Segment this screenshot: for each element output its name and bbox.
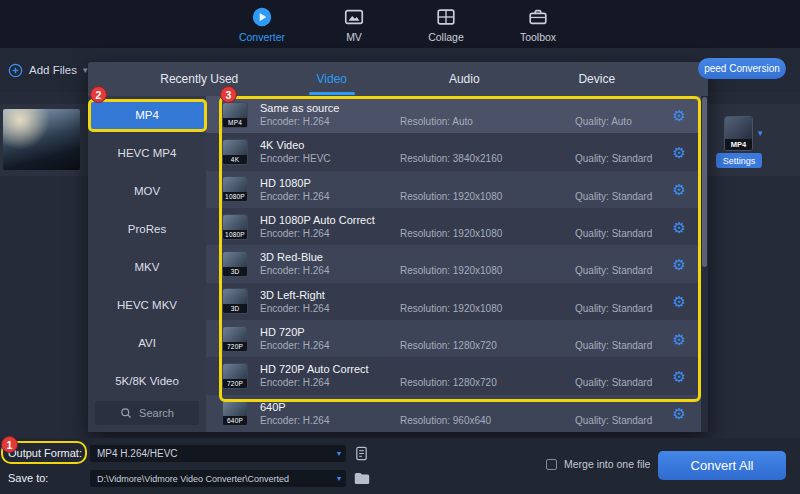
save-to-value: D:\Vidmore\Vidmore Video Converter\Conve… — [97, 474, 289, 484]
preset-format-icon: 3D — [222, 288, 248, 314]
panel-scrollbar[interactable] — [701, 96, 708, 432]
search-button[interactable]: Search — [95, 401, 199, 425]
merge-checkbox[interactable] — [546, 459, 557, 470]
sidebar-item-mp4[interactable]: MP4 — [90, 99, 204, 131]
dropdown-caret-icon: ▾ — [337, 449, 341, 458]
preset-encoder: Encoder: H.264 — [260, 228, 400, 239]
panel-tab-recently-used[interactable]: Recently Used — [133, 62, 266, 96]
preset-encoder: Encoder: H.264 — [260, 415, 400, 426]
output-format-dropdown[interactable]: MP4 H.264/HEVC ▾ — [90, 445, 346, 462]
tab-converter[interactable]: Converter — [226, 6, 298, 43]
preset-name: 640P — [260, 401, 708, 413]
preset-format-icon: MP4 — [222, 102, 248, 128]
preset-settings-gear-icon[interactable]: ⚙ — [673, 406, 686, 421]
panel-tab-video-label: Video — [317, 72, 347, 86]
document-icon — [354, 446, 369, 461]
preset-row-hd-1080p-auto-correct[interactable]: 1080P HD 1080P Auto Correct Encoder: H.2… — [206, 208, 708, 245]
preset-resolution: Resolution: 960x640 — [400, 415, 575, 426]
preset-quality: Quality: Standard — [575, 265, 708, 276]
save-to-dropdown[interactable]: D:\Vidmore\Vidmore Video Converter\Conve… — [90, 470, 346, 487]
preset-format-icon: 4K — [222, 139, 248, 165]
preset-settings-gear-icon[interactable]: ⚙ — [673, 107, 686, 122]
tab-collage-label: Collage — [428, 31, 464, 43]
preset-list: MP4 Same as source Encoder: H.264 Resolu… — [206, 96, 708, 432]
preset-name: HD 720P Auto Correct — [260, 363, 708, 375]
preset-encoder: Encoder: H.264 — [260, 340, 400, 351]
plus-circle-icon — [8, 63, 23, 78]
search-icon — [120, 407, 132, 419]
preset-settings-gear-icon[interactable]: ⚙ — [673, 182, 686, 197]
tab-mv-label: MV — [346, 31, 362, 43]
preset-settings-gear-icon[interactable]: ⚙ — [673, 368, 686, 383]
settings-button[interactable]: Settings — [716, 153, 762, 168]
open-folder-icon[interactable] — [353, 470, 370, 487]
preset-row-same-as-source[interactable]: MP4 Same as source Encoder: H.264 Resolu… — [206, 96, 708, 133]
preset-format-icon: 3D — [222, 251, 248, 277]
preset-row-4k-video[interactable]: 4K 4K Video Encoder: HEVC Resolution: 38… — [206, 133, 708, 170]
preset-row-3d-left-right[interactable]: 3D 3D Left-Right Encoder: H.264 Resoluti… — [206, 283, 708, 320]
bottom-bar: Output Format: MP4 H.264/HEVC ▾ Save to:… — [0, 438, 800, 494]
preset-resolution: Resolution: 1920x1080 — [400, 228, 575, 239]
preset-row-hd-720p-auto-correct[interactable]: 720P HD 720P Auto Correct Encoder: H.264… — [206, 357, 708, 394]
preset-settings-gear-icon[interactable]: ⚙ — [673, 256, 686, 271]
preset-format-icon: 640P — [222, 400, 248, 426]
preset-name: 3D Red-Blue — [260, 251, 708, 263]
preset-settings-gear-icon[interactable]: ⚙ — [673, 331, 686, 346]
video-thumbnail[interactable] — [3, 109, 80, 170]
add-files-button[interactable]: Add Files ▾ — [8, 60, 87, 80]
preset-resolution: Resolution: 1280x720 — [400, 340, 575, 351]
mv-icon — [343, 6, 365, 28]
preset-resolution: Resolution: 3840x2160 — [400, 153, 575, 164]
sidebar-item-hevc-mp4[interactable]: HEVC MP4 — [88, 134, 206, 172]
tab-mv[interactable]: MV — [318, 6, 390, 43]
sidebar-item-mkv[interactable]: MKV — [88, 248, 206, 286]
preset-format-icon: 720P — [222, 326, 248, 352]
scrollbar-thumb[interactable] — [702, 97, 707, 267]
add-files-label: Add Files — [29, 64, 77, 76]
speed-conversion-label: peed Conversion — [704, 63, 780, 74]
tab-collage[interactable]: Collage — [410, 6, 482, 43]
profile-edit-icon[interactable] — [353, 445, 370, 462]
preset-resolution: Resolution: 1920x1080 — [400, 303, 575, 314]
format-badge-image — [725, 117, 752, 139]
preset-row-640p[interactable]: 640P 640P Encoder: H.264 Resolution: 960… — [206, 395, 708, 432]
preset-name: 4K Video — [260, 139, 708, 151]
panel-tab-device-label: Device — [578, 72, 615, 86]
panel-tab-video[interactable]: Video — [266, 62, 399, 96]
preset-name: 3D Left-Right — [260, 289, 708, 301]
sidebar-item-mov[interactable]: MOV — [88, 172, 206, 210]
sidebar-item-5k8k-video[interactable]: 5K/8K Video — [88, 362, 206, 400]
speed-conversion-button[interactable]: peed Conversion — [698, 58, 786, 79]
search-label: Search — [139, 407, 174, 419]
sidebar-item-avi[interactable]: AVI — [88, 324, 206, 362]
preset-row-hd-720p[interactable]: 720P HD 720P Encoder: H.264 Resolution: … — [206, 320, 708, 357]
panel-tab-device[interactable]: Device — [531, 62, 664, 96]
format-badge-label: MP4 — [725, 139, 752, 150]
sidebar-item-prores[interactable]: ProRes — [88, 210, 206, 248]
tab-toolbox-label: Toolbox — [520, 31, 556, 43]
merge-label: Merge into one file — [564, 458, 650, 470]
preset-encoder: Encoder: H.264 — [260, 191, 400, 202]
preset-encoder: Encoder: H.264 — [260, 377, 400, 388]
preset-encoder: Encoder: HEVC — [260, 153, 400, 164]
convert-all-button[interactable]: Convert All — [658, 451, 786, 480]
tab-toolbox[interactable]: Toolbox — [502, 6, 574, 43]
preset-quality: Quality: Standard — [575, 340, 708, 351]
preset-name: HD 1080P — [260, 177, 708, 189]
tab-converter-label: Converter — [239, 31, 285, 43]
sidebar-item-hevc-mkv[interactable]: HEVC MKV — [88, 286, 206, 324]
file-output-format-badge[interactable]: MP4 — [724, 116, 753, 151]
preset-row-3d-red-blue[interactable]: 3D 3D Red-Blue Encoder: H.264 Resolution… — [206, 245, 708, 282]
preset-name: Same as source — [260, 102, 708, 114]
preset-settings-gear-icon[interactable]: ⚙ — [673, 294, 686, 309]
preset-encoder: Encoder: H.264 — [260, 116, 400, 127]
preset-settings-gear-icon[interactable]: ⚙ — [673, 144, 686, 159]
panel-body: MP4 HEVC MP4 MOV ProRes MKV HEVC MKV AVI… — [88, 96, 708, 432]
preset-encoder: Encoder: H.264 — [260, 303, 400, 314]
format-badge-caret-icon[interactable]: ▾ — [758, 128, 763, 138]
panel-tab-audio[interactable]: Audio — [398, 62, 531, 96]
preset-quality: Quality: Standard — [575, 377, 708, 388]
preset-resolution: Resolution: 1920x1080 — [400, 191, 575, 202]
preset-row-hd-1080p[interactable]: 1080P HD 1080P Encoder: H.264 Resolution… — [206, 171, 708, 208]
preset-settings-gear-icon[interactable]: ⚙ — [673, 219, 686, 234]
